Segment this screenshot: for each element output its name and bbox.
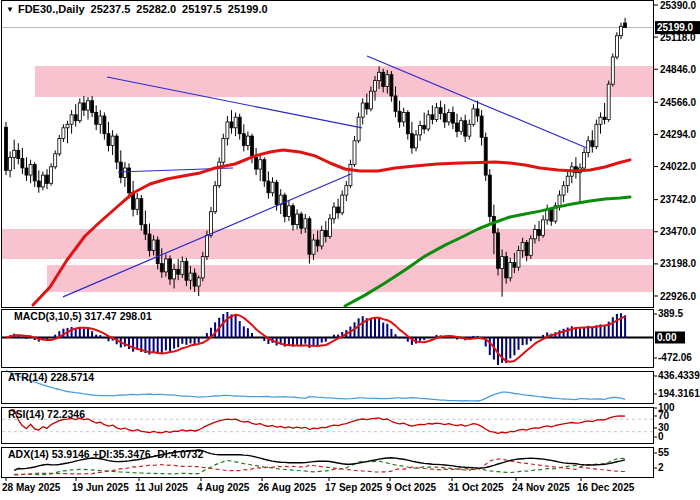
- chart-title-bar: ▼FDE30.,Daily25237.525282.025197.525199.…: [6, 3, 274, 15]
- price-axis-label: 24566.0: [660, 97, 697, 108]
- macd-indicator-label: MACD(3,10,5) 317.47 298.01: [14, 310, 152, 322]
- candle-body: [103, 116, 106, 134]
- candle-body: [603, 117, 606, 119]
- candle-body: [484, 137, 487, 175]
- symbol-dropdown-icon[interactable]: ▼: [6, 5, 14, 14]
- time-axis-label: 26 Aug 2025: [258, 482, 316, 493]
- candle-body: [29, 164, 32, 175]
- candle-body: [181, 261, 184, 274]
- ohlc-close: 25199.0: [228, 3, 268, 15]
- candle-body: [374, 81, 377, 92]
- candle-body: [275, 182, 278, 204]
- candle-body: [54, 154, 57, 167]
- candle-body: [214, 186, 217, 212]
- candle-body: [25, 168, 28, 175]
- candle-body: [480, 116, 483, 137]
- candle-body: [37, 181, 40, 187]
- candle-body: [517, 251, 520, 268]
- candle-body: [353, 141, 356, 165]
- candle-body: [111, 136, 114, 145]
- candle-body: [595, 124, 598, 146]
- candle-body: [513, 263, 516, 268]
- candle-body: [566, 176, 569, 185]
- zones-layer: [2, 66, 654, 292]
- candle-body: [152, 240, 155, 251]
- candle-body: [267, 181, 270, 193]
- chart-canvas[interactable]: 25390.025118.024846.024566.024294.024022…: [0, 0, 700, 500]
- candle-body: [390, 75, 393, 96]
- candle-body: [587, 141, 590, 153]
- price-axis-label: 24022.0: [660, 161, 697, 172]
- candle-body: [164, 259, 167, 272]
- candle-body: [333, 207, 336, 219]
- candle-body: [468, 124, 471, 136]
- time-axis-label: 9 Oct 2025: [386, 482, 436, 493]
- candle-body: [525, 242, 528, 255]
- candle-body: [144, 225, 147, 234]
- candle-body: [488, 175, 491, 216]
- candle-body: [464, 121, 467, 136]
- candle-body: [263, 160, 266, 181]
- candle-body: [501, 257, 504, 269]
- candle-body: [50, 167, 53, 184]
- candle-body: [197, 278, 200, 286]
- candle-body: [583, 153, 586, 168]
- atr-axis-label: 194.3161: [658, 388, 700, 399]
- adx-axis-label: 55: [658, 447, 670, 458]
- ohlc-high: 25282.0: [136, 3, 176, 15]
- candle-body: [193, 273, 196, 286]
- candle-body: [341, 195, 344, 213]
- candle-body: [308, 219, 311, 254]
- candle-body: [87, 101, 90, 110]
- candle-body: [242, 134, 245, 146]
- atr-axis-label: 436.4339: [658, 370, 700, 381]
- candle-body: [451, 113, 454, 124]
- candle-body: [410, 134, 413, 148]
- candle-body: [456, 123, 459, 131]
- candle-body: [123, 168, 126, 177]
- price-axis-label: 25390.0: [660, 0, 697, 11]
- ohlc-open: 25237.5: [91, 3, 131, 15]
- candle-body: [82, 103, 85, 110]
- candle-body: [70, 115, 73, 124]
- trading-chart-window: 25390.025118.024846.024566.024294.024022…: [0, 0, 700, 500]
- candle-body: [107, 134, 110, 146]
- candle-body: [521, 242, 524, 250]
- price-axis-label: 24294.0: [660, 129, 697, 140]
- time-axis-label: 19 Jun 2025: [72, 482, 129, 493]
- candle-body: [328, 219, 331, 237]
- candle-body: [74, 115, 77, 121]
- candle-body: [505, 257, 508, 278]
- candle-body: [189, 273, 192, 280]
- candle-body: [415, 135, 418, 148]
- candle-body: [361, 103, 364, 117]
- candle-body: [62, 128, 65, 139]
- candle-body: [205, 235, 208, 256]
- candle-body: [33, 164, 36, 181]
- candle-body: [251, 136, 254, 157]
- candle-body: [169, 259, 172, 279]
- candle-body: [17, 150, 20, 158]
- candle-body: [304, 219, 307, 228]
- candle-body: [255, 157, 258, 169]
- candle-body: [476, 109, 479, 116]
- candle-body: [5, 127, 8, 170]
- candle-body: [382, 72, 385, 86]
- candle-body: [472, 109, 475, 124]
- candle-body: [394, 96, 397, 111]
- candle-body: [259, 160, 262, 169]
- price-axis-label: 23470.0: [660, 226, 697, 237]
- candle-body: [210, 212, 213, 236]
- candle-body: [611, 57, 614, 84]
- candle-body: [439, 108, 442, 114]
- candle-body: [497, 233, 500, 268]
- price-axis-label: 24846.0: [660, 64, 697, 75]
- candle-body: [271, 182, 274, 193]
- candle-body: [21, 159, 24, 168]
- current-price-label: 25199.0: [657, 22, 694, 33]
- candle-body: [287, 206, 290, 217]
- price-axis-label: 23198.0: [660, 258, 697, 269]
- candle-body: [58, 139, 61, 154]
- candle-body: [320, 231, 323, 246]
- ohlc-low: 25197.5: [182, 3, 222, 15]
